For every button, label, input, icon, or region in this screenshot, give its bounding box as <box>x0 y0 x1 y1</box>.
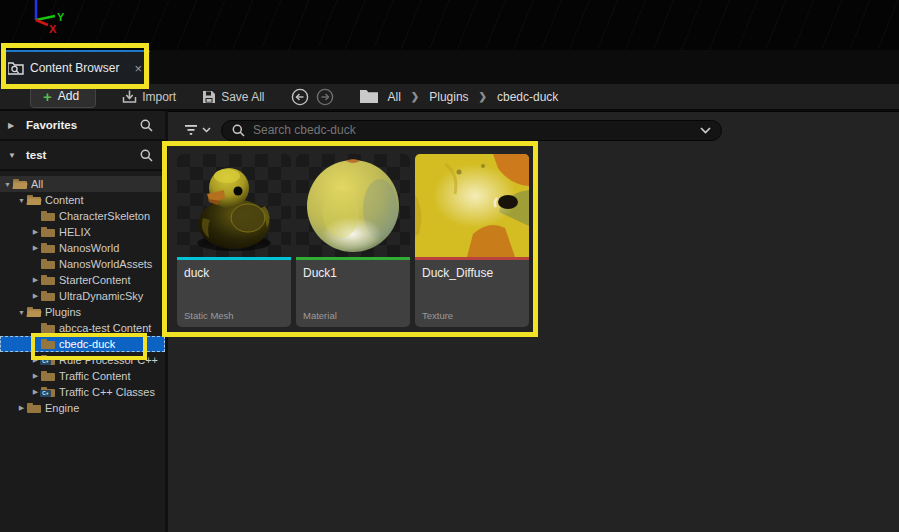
tab-title: Content Browser <box>30 61 128 75</box>
content-browser-tab[interactable]: Content Browser × <box>2 50 150 84</box>
chevron-right-icon[interactable]: ▶ <box>31 388 40 396</box>
tree-item-label: UltraDynamicSky <box>59 290 143 302</box>
save-all-button-label: Save All <box>221 90 264 104</box>
axis-x-label: X <box>49 23 57 34</box>
folder-icon <box>41 339 55 349</box>
tree-item-traffic-c-classes[interactable]: ▶C+Traffic C++ Classes <box>0 384 165 400</box>
tree-item-rule-processor-c-[interactable]: ▶C+Rule Processor C++ <box>0 352 165 368</box>
sources-panel: ▶ Favorites ▼ test ▼All▼ContentCharacter… <box>0 111 165 532</box>
asset-name: Duck1 <box>303 266 403 280</box>
chevron-right-icon[interactable]: ▶ <box>31 276 40 284</box>
cpp-folder-icon: C+ <box>41 387 55 397</box>
duck-static-mesh-thumbnail <box>177 154 291 257</box>
import-icon <box>122 90 137 104</box>
tree-item-ultradynamicsky[interactable]: ▶UltraDynamicSky <box>0 288 165 304</box>
asset-type-label: Texture <box>422 310 453 321</box>
plus-icon: + <box>43 89 52 104</box>
filter-button[interactable] <box>184 124 211 136</box>
save-all-button[interactable]: Save All <box>202 90 264 104</box>
tree-item-label: Traffic Content <box>59 370 131 382</box>
chevron-down-icon[interactable]: ▼ <box>17 309 26 316</box>
folder-icon <box>41 259 55 269</box>
tree-item-helix[interactable]: ▶HELIX <box>0 224 165 240</box>
folder-icon <box>360 90 378 103</box>
tree-item-engine[interactable]: ▶Engine <box>0 400 165 416</box>
tree-item-label: Traffic C++ Classes <box>59 386 155 398</box>
cpp-folder-icon: C+ <box>41 355 55 365</box>
tree-item-label: Plugins <box>45 306 81 318</box>
tree-item-label: All <box>31 178 43 190</box>
tree-item-label: StarterContent <box>59 274 131 286</box>
forward-arrow-button[interactable] <box>316 88 334 106</box>
asset-card-duck-diffuse[interactable]: Duck_Diffuse Texture <box>415 154 529 327</box>
asset-name: Duck_Diffuse <box>422 266 522 280</box>
search-icon <box>232 124 245 137</box>
import-button[interactable]: Import <box>122 90 176 104</box>
tree-item-plugins[interactable]: ▼Plugins <box>0 304 165 320</box>
folder-icon <box>41 243 55 253</box>
search-icon[interactable] <box>140 149 153 162</box>
chevron-down-icon: ▼ <box>8 151 18 160</box>
tree-item-content[interactable]: ▼Content <box>0 192 165 208</box>
breadcrumb-item-cbedc-duck[interactable]: cbedc-duck <box>497 90 558 104</box>
level-viewport: Y X <box>0 0 899 50</box>
folder-icon <box>41 227 55 237</box>
folder-icon <box>41 371 55 381</box>
chevron-right-icon[interactable]: ▶ <box>31 356 40 364</box>
import-button-label: Import <box>142 90 176 104</box>
chevron-down-icon[interactable]: ▼ <box>17 197 26 204</box>
tree-item-label: Rule Processor C++ <box>59 354 158 366</box>
search-input[interactable]: Search cbedc-duck <box>221 120 722 141</box>
folder-tree: ▼All▼ContentCharacterSkeleton▶HELIX▶Nano… <box>0 171 165 416</box>
chevron-right-icon[interactable]: ▶ <box>31 372 40 380</box>
chevron-right-icon: ❯ <box>411 91 419 102</box>
chevron-down-icon[interactable]: ▼ <box>3 181 12 188</box>
duck1-material-sphere-thumbnail <box>296 154 410 257</box>
folder-search-icon <box>8 61 24 75</box>
search-icon[interactable] <box>140 119 153 132</box>
open-folder-icon <box>13 179 27 189</box>
tree-item-nanosworld[interactable]: ▶NanosWorld <box>0 240 165 256</box>
add-button-label: Add <box>58 89 79 103</box>
asset-type-label: Static Mesh <box>184 310 234 321</box>
save-icon <box>202 90 216 104</box>
viewport-axis-gizmo: Y X <box>24 0 70 34</box>
folder-icon <box>27 403 41 413</box>
close-icon[interactable]: × <box>134 62 142 75</box>
tree-item-label: cbedc-duck <box>59 338 115 350</box>
open-folder-icon <box>27 195 41 205</box>
unreal-editor-window: Y X Content Browser × + Add Impo <box>0 0 899 532</box>
tree-item-startercontent[interactable]: ▶StarterContent <box>0 272 165 288</box>
chevron-down-icon[interactable] <box>700 127 711 134</box>
chevron-right-icon[interactable]: ▶ <box>31 228 40 236</box>
folder-icon <box>41 291 55 301</box>
filter-funnel-icon <box>184 124 198 136</box>
tree-item-label: NanosWorldAssets <box>59 258 152 270</box>
chevron-right-icon[interactable]: ▶ <box>31 244 40 252</box>
favorites-section-header[interactable]: ▶ Favorites <box>0 111 165 141</box>
chevron-right-icon[interactable]: ▶ <box>31 292 40 300</box>
tree-item-abcca-test-content[interactable]: abcca-test Content <box>0 320 165 336</box>
tree-item-all[interactable]: ▼All <box>0 176 165 192</box>
asset-card-duck[interactable]: duck Static Mesh <box>177 154 291 327</box>
breadcrumb-item-all[interactable]: All <box>388 90 401 104</box>
breadcrumb: All ❯ Plugins ❯ cbedc-duck <box>360 90 559 104</box>
folder-icon <box>41 211 55 221</box>
add-button[interactable]: + Add <box>30 86 96 108</box>
chevron-right-icon[interactable]: ▶ <box>17 404 26 412</box>
tree-item-cbedc-duck[interactable]: cbedc-duck <box>0 336 165 352</box>
tree-item-label: Content <box>45 194 84 206</box>
chevron-right-icon: ▶ <box>8 121 18 130</box>
asset-card-duck1[interactable]: Duck1 Material <box>296 154 410 327</box>
chevron-right-icon: ❯ <box>479 91 487 102</box>
dock-tab-bar: Content Browser × <box>0 50 899 84</box>
tree-item-traffic-content[interactable]: ▶Traffic Content <box>0 368 165 384</box>
back-arrow-button[interactable] <box>291 88 309 106</box>
tree-item-characterskeleton[interactable]: CharacterSkeleton <box>0 208 165 224</box>
asset-type-label: Material <box>303 310 337 321</box>
breadcrumb-item-plugins[interactable]: Plugins <box>429 90 468 104</box>
asset-name: duck <box>184 266 284 280</box>
collection-section-header[interactable]: ▼ test <box>0 141 165 171</box>
tree-item-label: CharacterSkeleton <box>59 210 150 222</box>
tree-item-nanosworldassets[interactable]: NanosWorldAssets <box>0 256 165 272</box>
